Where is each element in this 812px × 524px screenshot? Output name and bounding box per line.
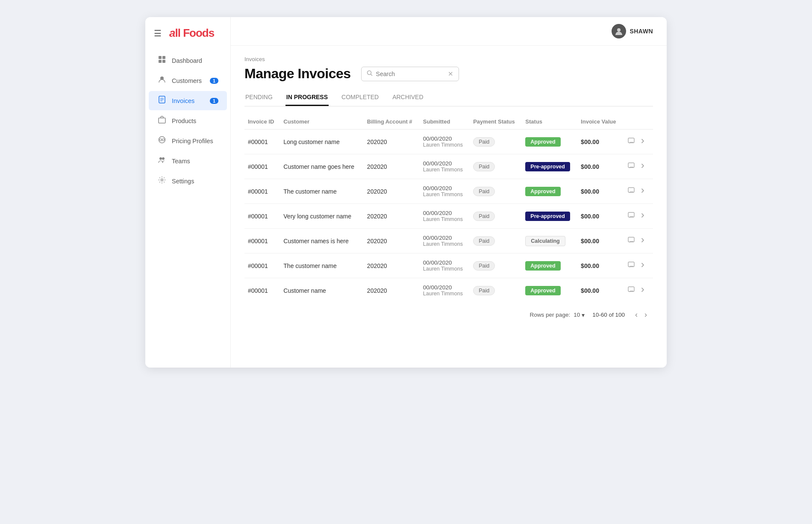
- table-row: #00001 Very long customer name 202020 00…: [244, 204, 653, 229]
- chevron-right-button[interactable]: [638, 236, 647, 247]
- cell-invoice-value: $00.00: [577, 179, 623, 204]
- sidebar-logo: ☰ all Foods: [145, 17, 230, 47]
- sidebar-item-teams[interactable]: Teams: [149, 151, 227, 171]
- search-input[interactable]: [376, 71, 444, 77]
- cell-status: Approved: [522, 278, 577, 303]
- cell-row-actions: [623, 130, 653, 154]
- table-body: #00001 Long customer name 202020 00/00/2…: [244, 130, 653, 303]
- table-row: #00001 The customer name 202020 00/00/20…: [244, 253, 653, 278]
- table-row: #00001 Customer names is here 202020 00/…: [244, 229, 653, 253]
- logo-text: all Foods: [169, 26, 214, 40]
- cell-submitted: 00/00/2020 Lauren Timmons: [420, 130, 470, 154]
- cell-billing-account: 202020: [364, 154, 420, 179]
- cell-payment-status: Paid: [470, 229, 522, 253]
- cell-invoice-id: #00001: [244, 253, 280, 278]
- settings-label: Settings: [172, 178, 194, 185]
- table-row: #00001 Customer name goes here 202020 00…: [244, 154, 653, 179]
- cell-status: Calculating: [522, 229, 577, 253]
- pagination-prev-button[interactable]: ‹: [633, 309, 640, 320]
- sidebar-item-dashboard[interactable]: Dashboard: [149, 51, 227, 70]
- cell-customer: Customer name: [280, 278, 364, 303]
- chevron-right-button[interactable]: [638, 285, 647, 296]
- cell-invoice-value: $00.00: [577, 130, 623, 154]
- cell-billing-account: 202020: [364, 229, 420, 253]
- dashboard-icon: [157, 56, 167, 65]
- pagination-buttons: ‹ ›: [633, 309, 650, 320]
- sidebar-item-products[interactable]: Products: [149, 111, 227, 130]
- comment-button[interactable]: [626, 136, 636, 148]
- user-info[interactable]: SHAWN: [612, 24, 653, 38]
- comment-button[interactable]: [626, 235, 636, 247]
- clear-icon[interactable]: ✕: [448, 70, 453, 78]
- table-header: Invoice ID Customer Billing Account # Su…: [244, 114, 653, 130]
- cell-invoice-value: $00.00: [577, 154, 623, 179]
- svg-point-15: [161, 179, 163, 181]
- rows-per-page-select[interactable]: 10 ▾: [574, 312, 585, 318]
- tab-in-progress[interactable]: IN PROGRESS: [285, 90, 329, 106]
- teams-label: Teams: [172, 158, 190, 165]
- cell-billing-account: 202020: [364, 130, 420, 154]
- svg-point-14: [162, 157, 165, 160]
- comment-button[interactable]: [626, 185, 636, 197]
- search-box: ✕: [361, 67, 459, 81]
- tab-completed[interactable]: COMPLETED: [341, 90, 380, 106]
- page-title: Manage Invoices: [244, 66, 351, 82]
- page-content: Invoices Manage Invoices ✕ PENDING IN PR…: [231, 46, 667, 368]
- comment-button[interactable]: [626, 260, 636, 272]
- svg-rect-9: [159, 118, 165, 123]
- cell-customer: The customer name: [280, 179, 364, 204]
- comment-button[interactable]: [626, 161, 636, 173]
- sidebar-item-customers[interactable]: Customers 1: [149, 71, 227, 90]
- sidebar-item-settings[interactable]: Settings: [149, 171, 227, 191]
- tab-archived[interactable]: ARCHIVED: [391, 90, 424, 106]
- cell-invoice-id: #00001: [244, 179, 280, 204]
- chevron-right-button[interactable]: [638, 186, 647, 197]
- comment-button[interactable]: [626, 285, 636, 297]
- tab-pending[interactable]: PENDING: [244, 90, 274, 106]
- pagination-next-button[interactable]: ›: [642, 309, 650, 320]
- cell-invoice-value: $00.00: [577, 229, 623, 253]
- col-payment-status: Payment Status: [470, 114, 522, 130]
- cell-customer: Very long customer name: [280, 204, 364, 229]
- breadcrumb: Invoices: [244, 56, 653, 62]
- cell-submitted: 00/00/2020 Lauren Timmons: [420, 229, 470, 253]
- chevron-right-button[interactable]: [638, 211, 647, 222]
- avatar: [612, 24, 626, 38]
- cell-payment-status: Paid: [470, 253, 522, 278]
- cell-row-actions: [623, 278, 653, 303]
- cell-status: Pre-approved: [522, 154, 577, 179]
- cell-row-actions: [623, 204, 653, 229]
- cell-customer: Customer name goes here: [280, 154, 364, 179]
- hamburger-icon[interactable]: ☰: [154, 28, 162, 38]
- cell-invoice-id: #00001: [244, 229, 280, 253]
- chevron-right-button[interactable]: [638, 161, 647, 172]
- cell-submitted: 00/00/2020 Lauren Timmons: [420, 278, 470, 303]
- invoice-table: Invoice ID Customer Billing Account # Su…: [244, 114, 653, 303]
- customers-label: Customers: [172, 77, 202, 84]
- main-content: SHAWN Invoices Manage Invoices ✕ PEND: [231, 17, 667, 368]
- sidebar: ☰ all Foods Dashboard Customers 1: [145, 17, 231, 368]
- cell-invoice-id: #00001: [244, 278, 280, 303]
- comment-button[interactable]: [626, 210, 636, 222]
- sidebar-item-invoices[interactable]: Invoices 1: [149, 91, 227, 110]
- chevron-right-button[interactable]: [638, 136, 647, 147]
- col-actions: [623, 114, 653, 130]
- invoices-label: Invoices: [172, 97, 194, 104]
- col-customer: Customer: [280, 114, 364, 130]
- products-icon: [157, 116, 167, 126]
- svg-rect-0: [159, 56, 162, 59]
- cell-billing-account: 202020: [364, 179, 420, 204]
- cell-invoice-id: #00001: [244, 204, 280, 229]
- cell-payment-status: Paid: [470, 154, 522, 179]
- table-row: #00001 The customer name 202020 00/00/20…: [244, 179, 653, 204]
- cell-row-actions: [623, 253, 653, 278]
- cell-row-actions: [623, 229, 653, 253]
- cell-payment-status: Paid: [470, 179, 522, 204]
- sidebar-item-pricing-profiles[interactable]: Pricing Profiles: [149, 131, 227, 150]
- chevron-right-button[interactable]: [638, 260, 647, 271]
- cell-status: Approved: [522, 179, 577, 204]
- products-label: Products: [172, 118, 196, 124]
- invoices-badge: 1: [210, 98, 218, 104]
- invoices-icon: [157, 96, 167, 106]
- svg-rect-3: [162, 60, 165, 63]
